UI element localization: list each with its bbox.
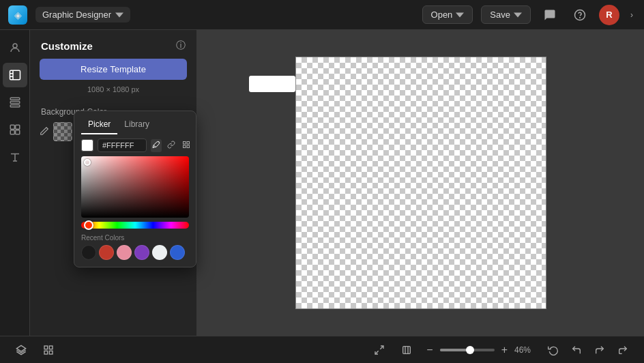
color-picker-popup: Picker Library + — [74, 111, 196, 267]
fit-button[interactable] — [369, 340, 390, 360]
grid-icon — [182, 141, 190, 149]
more-history-icon — [617, 345, 628, 355]
svg-rect-11 — [184, 141, 186, 144]
panel-info-button[interactable]: ⓘ — [176, 40, 186, 52]
link-icon — [167, 141, 175, 149]
eyedropper-button[interactable] — [151, 139, 162, 152]
svg-rect-18 — [44, 351, 48, 354]
user-avatar[interactable]: R — [599, 5, 619, 25]
sidebar-item-people[interactable] — [3, 35, 27, 60]
layers-bottom-icon — [16, 345, 27, 355]
app-logo: ◈ — [8, 5, 27, 25]
pencil-icon — [40, 126, 49, 136]
recent-color-white[interactable] — [152, 245, 167, 260]
picker-color-preview — [81, 139, 93, 151]
svg-rect-10 — [15, 130, 19, 134]
main-area: Customize ⓘ Resize Template 1080 × 1080 … — [0, 30, 644, 336]
svg-rect-17 — [49, 346, 53, 349]
grid-button[interactable] — [181, 139, 192, 152]
picker-hex-row: + — [74, 134, 196, 156]
recent-color-red[interactable] — [99, 245, 114, 260]
canvas-document[interactable] — [295, 57, 546, 309]
svg-rect-6 — [10, 105, 20, 107]
sidebar-item-settings[interactable] — [3, 63, 27, 87]
undo-button[interactable] — [566, 340, 587, 360]
tab-library[interactable]: Library — [117, 117, 156, 134]
recent-color-black[interactable] — [81, 245, 96, 260]
redo-icon — [594, 345, 605, 355]
open-label: Open — [431, 10, 453, 20]
recent-colors-section: Recent Colors — [74, 229, 196, 260]
sidebar-item-text[interactable] — [3, 145, 27, 169]
zoom-in-button[interactable]: + — [499, 343, 510, 358]
save-button[interactable]: Save — [481, 5, 531, 24]
chat-button[interactable] — [539, 4, 561, 26]
zoom-slider-thumb[interactable] — [466, 346, 474, 354]
help-button[interactable] — [569, 4, 591, 26]
top-bar: ◈ Graphic Designer Open Save R › — [0, 0, 644, 30]
app-title-text: Graphic Designer — [42, 10, 111, 20]
svg-rect-19 — [49, 351, 53, 354]
gradient-canvas[interactable] — [81, 156, 189, 218]
save-label: Save — [490, 10, 510, 20]
svg-rect-16 — [44, 346, 48, 349]
svg-point-1 — [580, 17, 581, 18]
recent-colors-row — [81, 245, 189, 260]
svg-rect-12 — [187, 141, 190, 144]
gradient-handle[interactable] — [84, 159, 91, 166]
sidebar-item-elements[interactable] — [3, 117, 27, 142]
app-logo-icon: ◈ — [14, 10, 22, 20]
hue-slider[interactable] — [81, 222, 189, 229]
user-chevron-button[interactable]: › — [628, 10, 636, 20]
left-sidebar — [0, 30, 30, 336]
panel-header: Customize ⓘ — [30, 30, 196, 59]
svg-rect-22 — [403, 346, 411, 353]
svg-rect-13 — [184, 145, 186, 148]
resize-view-button[interactable] — [396, 340, 417, 360]
layers-toggle-button[interactable] — [11, 340, 31, 360]
open-chevron-icon — [456, 11, 464, 19]
sidebar-item-layers[interactable] — [3, 90, 27, 115]
hue-handle[interactable] — [84, 220, 93, 230]
add-color-button[interactable]: + — [196, 139, 196, 151]
svg-rect-14 — [187, 145, 190, 148]
eyedropper-icon — [152, 141, 160, 149]
grid-toggle-button[interactable] — [38, 340, 59, 360]
user-initials: R — [606, 10, 612, 20]
recent-color-purple[interactable] — [134, 245, 149, 260]
bottom-bar: − + 46% — [0, 336, 644, 363]
svg-rect-8 — [15, 125, 19, 129]
hex-input[interactable] — [98, 139, 147, 152]
zoom-slider-fill — [440, 349, 467, 351]
picker-tabs: Picker Library — [74, 111, 196, 134]
tab-picker[interactable]: Picker — [81, 117, 117, 134]
canvas-area[interactable] — [197, 30, 644, 336]
recent-color-blue[interactable] — [170, 245, 185, 260]
svg-rect-3 — [10, 70, 20, 80]
app-title-button[interactable]: Graphic Designer — [35, 7, 130, 23]
pencil-icon-button[interactable] — [40, 126, 49, 138]
white-rect-handle[interactable] — [249, 76, 295, 92]
svg-line-20 — [381, 346, 384, 349]
panel-title: Customize — [41, 40, 93, 52]
open-button[interactable]: Open — [422, 5, 473, 24]
zoom-slider-track[interactable] — [440, 349, 495, 351]
link-button[interactable] — [166, 139, 177, 152]
svg-rect-5 — [10, 102, 20, 104]
svg-rect-9 — [10, 130, 14, 134]
svg-rect-7 — [10, 125, 14, 129]
people-icon — [9, 42, 21, 54]
zoom-out-button[interactable]: − — [424, 343, 435, 358]
recent-color-pink[interactable] — [117, 245, 132, 260]
history-reset-icon — [548, 345, 559, 355]
title-chevron-icon — [115, 11, 123, 19]
resize-view-icon — [401, 345, 412, 355]
bottom-right-icons — [543, 340, 633, 360]
template-size: 1080 × 1080 px — [30, 85, 196, 93]
transparent-swatch[interactable] — [53, 122, 72, 141]
history-reset-button[interactable] — [543, 340, 564, 360]
resize-template-button[interactable]: Resize Template — [40, 59, 187, 80]
recent-colors-label: Recent Colors — [81, 234, 189, 242]
more-history-button[interactable] — [613, 340, 633, 360]
redo-button[interactable] — [589, 340, 610, 360]
